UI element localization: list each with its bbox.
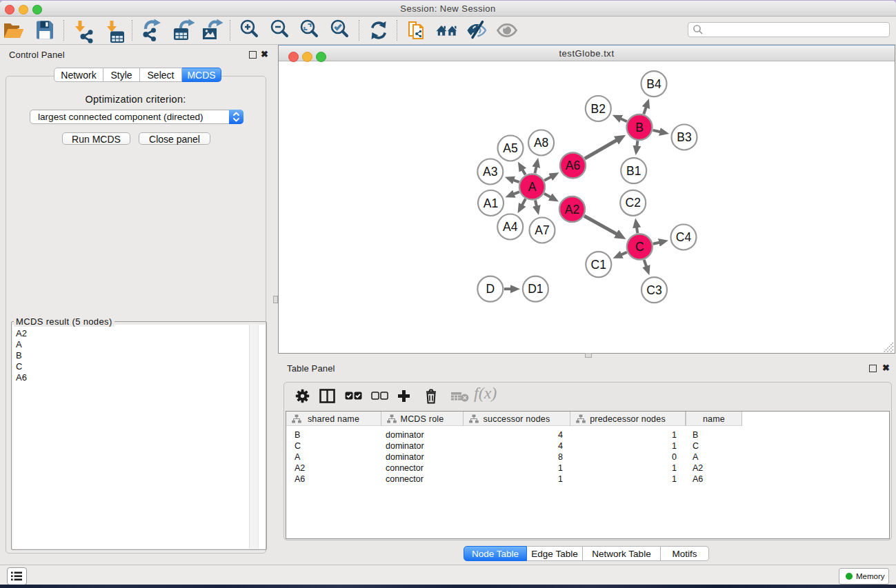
svg-text:C2: C2 <box>626 196 641 210</box>
svg-text:B2: B2 <box>591 102 606 116</box>
svg-text:A1: A1 <box>484 196 498 210</box>
svg-text:A: A <box>528 180 537 194</box>
svg-text:A4: A4 <box>503 220 518 234</box>
svg-text:D1: D1 <box>528 282 543 296</box>
svg-text:A6: A6 <box>566 159 580 172</box>
svg-text:B1: B1 <box>626 164 641 178</box>
svg-text:A3: A3 <box>483 165 497 179</box>
svg-text:C: C <box>635 240 644 254</box>
svg-text:D: D <box>486 282 495 296</box>
svg-text:A8: A8 <box>534 136 548 150</box>
svg-text:C3: C3 <box>646 283 661 297</box>
svg-text:A5: A5 <box>503 141 517 155</box>
svg-text:B3: B3 <box>677 130 691 144</box>
svg-text:A2: A2 <box>565 203 579 216</box>
svg-text:C1: C1 <box>591 258 606 272</box>
svg-text:A7: A7 <box>535 223 549 237</box>
svg-text:B: B <box>635 121 644 134</box>
svg-text:C4: C4 <box>676 230 692 244</box>
svg-text:B4: B4 <box>646 77 661 91</box>
